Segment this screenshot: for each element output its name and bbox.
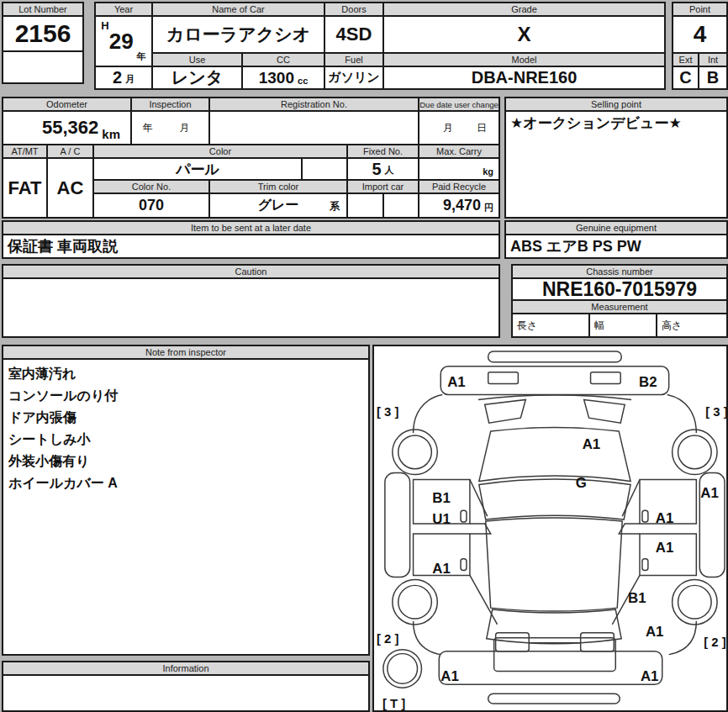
doors-value: 4SD bbox=[325, 17, 384, 54]
diagram-grade-label: B2 bbox=[639, 374, 657, 390]
later-items-header: Item to be sent at a later date bbox=[3, 222, 499, 235]
car-diagram-svg: A1B2[ 3 ][ 3 ]A1GB1U1A1A1A1A1B1A1[ 2 ][ … bbox=[374, 346, 726, 710]
inspector-note-line: コンソールのり付 bbox=[8, 385, 363, 407]
selling-point-table: Selling point ★オークションデビュー★ bbox=[504, 97, 728, 219]
diagram-grade-label: A1 bbox=[656, 510, 674, 526]
year-value: H 29 年 bbox=[96, 17, 153, 67]
color-header: Color bbox=[94, 145, 348, 159]
import-car-header: Import car bbox=[348, 181, 419, 194]
diagram-grade-label: [ T ] bbox=[382, 697, 405, 710]
genuine-equipment-value: ABS エアB PS PW bbox=[506, 235, 726, 257]
use-header: Use bbox=[153, 54, 243, 67]
car-diagram-panel: A1B2[ 3 ][ 3 ]A1GB1U1A1A1A1A1B1A1[ 2 ][ … bbox=[372, 345, 728, 712]
genuine-equipment-header: Genuine equipment bbox=[506, 222, 726, 235]
model-header: Model bbox=[384, 54, 664, 67]
diagram-grade-label: [ 3 ] bbox=[705, 405, 726, 419]
vehicle-header-table: Year Name of Car Doors Grade H 29 年 カローラ… bbox=[94, 2, 666, 90]
cc-header: CC bbox=[243, 54, 325, 67]
grade-header: Grade bbox=[384, 3, 664, 17]
lot-number-empty bbox=[3, 52, 82, 82]
odometer-unit: km bbox=[102, 127, 120, 144]
cc-number: 1300 bbox=[259, 69, 294, 87]
inspection-header: Inspection bbox=[132, 98, 210, 112]
import-car-cell-2 bbox=[384, 194, 419, 217]
diagram-grade-label: A1 bbox=[583, 436, 601, 452]
color-no-header: Color No. bbox=[94, 181, 210, 194]
registration-header: Registration No. bbox=[210, 98, 419, 112]
paid-recycle-number: 9,470 bbox=[443, 197, 481, 214]
measurement-length-cell: 長さ bbox=[513, 314, 590, 336]
odometer-number: 55,362 bbox=[42, 117, 98, 139]
paid-recycle-value: 9,470 円 bbox=[419, 194, 499, 217]
chassis-table: Chassis number NRE160-7015979 Measuremen… bbox=[511, 264, 728, 338]
year-header: Year bbox=[96, 3, 153, 17]
paid-recycle-unit: 円 bbox=[484, 202, 493, 217]
color-empty-cell bbox=[303, 159, 348, 181]
diagram-grade-label: A1 bbox=[646, 624, 664, 640]
max-carry-header: Max. Carry bbox=[419, 145, 499, 159]
later-items-table: Item to be sent at a later date 保証書 車両取説 bbox=[2, 220, 500, 259]
diagram-grade-label: U1 bbox=[432, 511, 451, 527]
caution-table: Caution bbox=[2, 264, 500, 338]
registration-value bbox=[210, 112, 419, 145]
inspector-note-line: ドア内張傷 bbox=[8, 407, 363, 429]
inspector-notes: 室内薄汚れコンソールのり付ドア内張傷シートしみ小外装小傷有りホイールカバー A bbox=[3, 360, 368, 654]
genuine-equipment-table: Genuine equipment ABS エアB PS PW bbox=[504, 220, 728, 259]
ext-value: C bbox=[673, 67, 699, 88]
point-header: Point bbox=[673, 3, 726, 17]
trim-color-header: Trim color bbox=[210, 181, 348, 194]
lot-number-table: Lot Number 2156 bbox=[2, 2, 84, 84]
diagram-grade-label: B1 bbox=[432, 490, 451, 506]
trim-color-name: グレー bbox=[258, 197, 299, 214]
point-value: 4 bbox=[673, 17, 726, 54]
specs-table: Odometer Inspection Registration No. Due… bbox=[2, 97, 500, 219]
inspection-value: 年 月 bbox=[132, 112, 210, 145]
diagram-grade-label: A1 bbox=[656, 540, 674, 556]
inspector-note-table: Note from inspector 室内薄汚れコンソールのり付ドア内張傷シー… bbox=[2, 345, 370, 656]
color-no-value: 070 bbox=[94, 194, 210, 217]
cc-value: 1300 cc bbox=[243, 67, 325, 88]
fuel-header: Fuel bbox=[325, 54, 384, 67]
month-number: 2 bbox=[113, 68, 122, 87]
cc-unit: cc bbox=[298, 76, 308, 88]
chassis-number-value: NRE160-7015979 bbox=[513, 279, 726, 301]
information-value bbox=[3, 676, 368, 710]
chassis-number-header: Chassis number bbox=[513, 266, 726, 279]
name-of-car-value: カローラアクシオ bbox=[153, 17, 325, 54]
trim-color-suffix: 系 bbox=[330, 199, 340, 214]
measurement-width-cell: 幅 bbox=[590, 314, 657, 336]
at-mt-value: FAT bbox=[3, 159, 48, 217]
fixed-no-unit: 人 bbox=[385, 164, 394, 179]
ac-header: A / C bbox=[48, 145, 94, 159]
fixed-no-value: 5 人 bbox=[348, 159, 419, 181]
int-header: Int bbox=[699, 54, 726, 67]
measurement-header: Measurement bbox=[513, 301, 726, 314]
lot-number-value: 2156 bbox=[3, 17, 82, 52]
point-table: Point 4 Ext Int C B bbox=[672, 2, 728, 90]
due-date-value: 月 日 bbox=[419, 112, 499, 145]
due-date-header: Due date user change bbox=[419, 98, 499, 112]
odometer-header: Odometer bbox=[3, 98, 132, 112]
diagram-grade-label: A1 bbox=[440, 668, 459, 684]
import-car-cell-1 bbox=[348, 194, 384, 217]
month-value: 2 月 bbox=[96, 67, 153, 88]
measurement-height-cell: 高さ bbox=[657, 314, 726, 336]
at-mt-header: AT/MT bbox=[3, 145, 48, 159]
diagram-grade-label: [ 2 ] bbox=[704, 636, 725, 649]
diagram-grade-label: A1 bbox=[447, 374, 466, 390]
car-outline bbox=[383, 351, 725, 704]
name-of-car-header: Name of Car bbox=[153, 3, 325, 17]
caution-value bbox=[3, 279, 499, 336]
trim-color-value: グレー 系 bbox=[210, 194, 348, 217]
diagram-grade-label: [ 2 ] bbox=[377, 632, 398, 646]
inspector-note-line: ホイールカバー A bbox=[8, 472, 363, 494]
inspector-note-line: 外装小傷有り bbox=[8, 451, 363, 472]
diagram-grade-label: B1 bbox=[628, 590, 646, 606]
paid-recycle-header: Paid Recycle bbox=[419, 181, 499, 194]
max-carry-value: kg bbox=[419, 159, 499, 181]
year-number: 29 bbox=[109, 29, 134, 55]
lot-number-header: Lot Number bbox=[3, 3, 82, 17]
doors-header: Doors bbox=[325, 3, 384, 17]
inspector-note-header: Note from inspector bbox=[3, 346, 368, 360]
later-items-value: 保証書 車両取説 bbox=[3, 235, 499, 257]
